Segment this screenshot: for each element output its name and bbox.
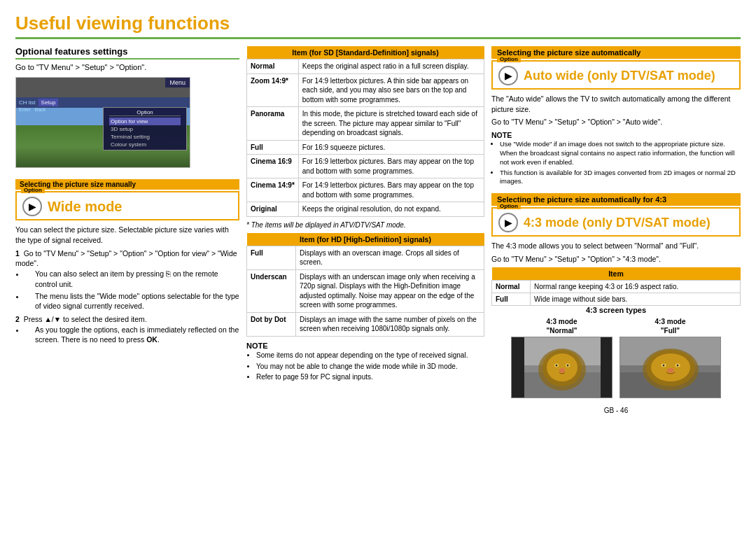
step-2-bullet-1: As you toggle the options, each is immed…	[25, 325, 239, 345]
screen-full-image	[620, 337, 721, 398]
sd-desc-cinema169: For 16:9 letterbox pictures. Bars may ap…	[298, 155, 484, 178]
middle-note-item-3: Refer to page 59 for PC signal inputs.	[256, 372, 484, 382]
wide-mode-section: Selecting the picture size manually Opti…	[15, 179, 239, 346]
screen-normal-label: 4:3 mode "Normal"	[547, 317, 578, 335]
step-1-bullet-1: You can also select an item by pressing …	[25, 269, 239, 289]
step-2-bullets: As you toggle the options, each is immed…	[25, 325, 239, 345]
sd-table-header: Item (for SD [Standard-Definition] signa…	[247, 46, 484, 59]
wide-mode-banner: Selecting the picture size manually	[15, 179, 239, 190]
step-1: 1 Go to "TV Menu" > "Setup" > "Option" >…	[15, 248, 239, 311]
sd-item-panorama: Panorama	[247, 107, 299, 141]
left-column: Optional features settings Go to "TV Men…	[15, 46, 239, 526]
sd-item-zoom: Zoom 14:9*	[247, 73, 299, 107]
four-three-body2: Go to "TV Menu" > "Setup" > "Option" > "…	[491, 254, 741, 265]
sd-item-cinema149: Cinema 14:9*	[247, 178, 299, 202]
tab-chlist: CH list	[19, 99, 36, 106]
hd-item-underscan: Underscan	[247, 269, 296, 312]
four-three-table-header: Item	[492, 267, 741, 281]
wide-mode-icon: ▶	[22, 197, 42, 216]
screen-full-label: 4:3 mode "Full"	[655, 317, 686, 335]
auto-wide-body2: Go to "TV Menu" > "Setup" > "Option" > "…	[491, 117, 741, 127]
step-1-text: Go to "TV Menu" > "Setup" > "Option" > "…	[15, 249, 237, 268]
svg-point-23	[667, 368, 674, 372]
screen-normal-image	[511, 337, 612, 398]
sd-table: Item (for SD [Standard-Definition] signa…	[246, 46, 484, 217]
svg-point-5	[547, 353, 578, 381]
step-2-text: Press ▲/▼ to select the desired item.	[24, 315, 147, 323]
svg-point-9	[567, 364, 569, 366]
middle-note-item-2: You may not be able to change the wide m…	[256, 362, 484, 372]
right-column: Selecting the picture size automatically…	[491, 46, 741, 526]
table-row: Normal Normal range keeping 4:3 or 16:9 …	[492, 280, 741, 293]
nav-icons: Enter Back	[19, 107, 46, 112]
table-row: Cinema 16:9 For 16:9 letterbox pictures.…	[247, 155, 484, 178]
table-row: Dot by Dot Displays an image with the sa…	[247, 312, 484, 336]
screen-types-heading: 4:3 screen types	[491, 306, 741, 314]
wide-mode-option-box: Option ▶ Wide mode	[15, 191, 239, 220]
step-1-bullet-2: The menu lists the "Wide mode" options s…	[25, 291, 239, 311]
auto-wide-body1: The "Auto wide" allows the TV to switch …	[491, 94, 741, 114]
tab-setup: Setup	[38, 99, 59, 106]
auto-note-item-1: Use "Wide mode" if an image does not swi…	[500, 140, 741, 167]
four-three-table: Item Normal Normal range keeping 4:3 or …	[491, 267, 741, 306]
svg-rect-12	[601, 337, 612, 398]
hd-table-header: Item (for HD [High-Definition] signals)	[247, 233, 484, 246]
ft-desc-full: Wide image without side bars.	[531, 293, 741, 305]
auto-wide-note: NOTE Use "Wide mode" if an image does no…	[491, 130, 741, 186]
hd-item-dotbydot: Dot by Dot	[247, 312, 296, 336]
four-three-body1: The 4:3 mode allows you to select betwee…	[491, 241, 741, 251]
sd-item-full: Full	[247, 140, 299, 155]
lion-full-svg	[620, 337, 721, 398]
table-row: Full Displays with an overscan image. Cr…	[247, 246, 484, 269]
optional-features-section: Optional features settings Go to "TV Men…	[15, 46, 239, 168]
screen-images: 4:3 mode "Normal"	[491, 317, 741, 398]
sd-desc-panorama: In this mode, the picture is stretched t…	[298, 107, 484, 141]
middle-note-title: NOTE	[246, 341, 484, 351]
option-tag: Option	[21, 187, 45, 193]
hd-table: Item (for HD [High-Definition] signals) …	[246, 233, 484, 337]
table-row: Full For 16:9 squeeze pictures.	[247, 140, 484, 155]
sd-desc-zoom: For 14:9 letterbox pictures. A thin side…	[298, 73, 484, 107]
sd-footnote: * The items will be diplayed in ATV/DTV/…	[246, 221, 484, 229]
svg-point-21	[663, 364, 665, 366]
page: Useful viewing functions Optional featur…	[0, 0, 756, 534]
svg-point-18	[651, 353, 690, 381]
four-three-option-box: Option ▶ 4:3 mode (only DTV/SAT mode)	[491, 207, 741, 237]
screen-full-wrap: 4:3 mode "Full"	[620, 317, 721, 398]
auto-option-tag: Option	[497, 56, 521, 62]
auto-note-item-2: This function is available for 3D images…	[500, 169, 741, 187]
option-panel: Option Option for view 3D setup Terminal…	[103, 107, 187, 150]
screen-normal-wrap: 4:3 mode "Normal"	[511, 317, 612, 398]
four-three-banner: Selecting the picture size automatically…	[491, 193, 741, 206]
option-title: Option	[109, 109, 181, 116]
option-item-0: Option for view	[109, 118, 181, 125]
step-2: 2 Press ▲/▼ to select the desired item. …	[15, 314, 239, 345]
hd-desc-underscan: Displays with an underscan image only wh…	[296, 269, 484, 312]
sd-desc-normal: Keeps the original aspect ratio in a ful…	[298, 59, 484, 74]
four-three-icon: ▶	[498, 213, 518, 232]
back-label: Back	[35, 107, 46, 112]
sd-desc-cinema149: For 14:9 letterbox pictures. Bars may ap…	[298, 178, 484, 202]
nav-row: CH list Setup	[16, 97, 190, 108]
option-item-3: Colour system	[109, 141, 181, 148]
steps-list: 1 Go to "TV Menu" > "Setup" > "Option" >…	[15, 248, 239, 345]
page-title: Useful viewing functions	[15, 13, 741, 39]
middle-column: Item (for SD [Standard-Definition] signa…	[246, 46, 484, 526]
ft-item-normal: Normal	[492, 280, 531, 293]
four-three-title: 4:3 mode (only DTV/SAT mode)	[524, 216, 710, 230]
hd-item-full: Full	[247, 246, 296, 269]
middle-note: NOTE Some items do not appear depending …	[246, 341, 484, 384]
sd-desc-full: For 16:9 squeeze pictures.	[298, 140, 484, 155]
svg-point-22	[677, 364, 679, 366]
enter-label: Enter	[19, 107, 31, 112]
auto-wide-option-box: Option ▶ Auto wide (only DTV/SAT mode)	[491, 60, 741, 90]
four-three-option-tag: Option	[497, 203, 521, 209]
option-item-1: 3D setup	[109, 125, 181, 133]
table-row: Panorama In this mode, the picture is st…	[247, 107, 484, 141]
sd-item-normal: Normal	[247, 59, 299, 74]
sd-desc-original: Keeps the original resolution, do not ex…	[298, 202, 484, 217]
middle-note-list: Some items do not appear depending on th…	[256, 351, 484, 382]
main-content: Optional features settings Go to "TV Men…	[15, 46, 741, 526]
hd-desc-full: Displays with an overscan image. Crops a…	[296, 246, 484, 269]
table-row: Underscan Displays with an underscan ima…	[247, 269, 484, 312]
